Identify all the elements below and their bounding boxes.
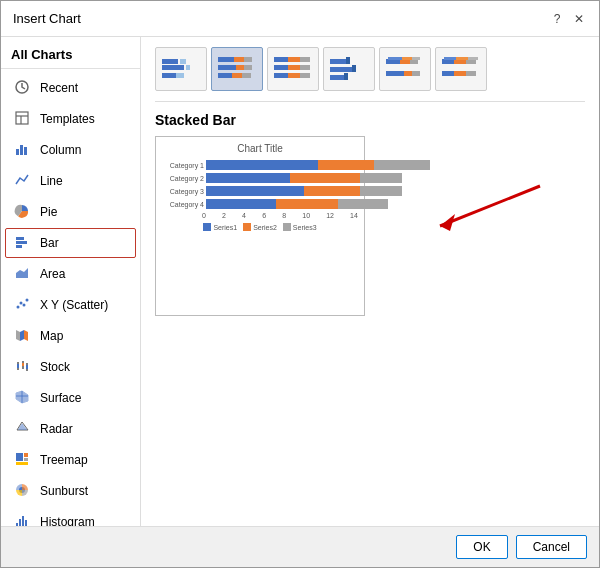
sidebar-item-label-xy-scatter: X Y (Scatter) [40,298,108,312]
svg-rect-87 [388,57,402,60]
pie-icon [14,203,32,221]
sidebar-item-map[interactable]: Map [5,321,136,351]
svg-rect-60 [218,57,234,62]
svg-point-13 [23,304,26,307]
svg-rect-58 [162,73,176,78]
sidebar-item-label-surface: Surface [40,391,81,405]
svg-rect-74 [300,65,310,70]
sidebar-item-label-histogram: Histogram [40,515,95,526]
title-bar-controls: ? ✕ [549,11,587,27]
sidebar-item-surface[interactable]: Surface [5,383,136,413]
sidebar-item-label-sunburst: Sunburst [40,484,88,498]
3d-100pct-stacked-bar-btn[interactable] [435,47,487,91]
svg-rect-54 [162,59,178,64]
bar-segment-series-2 [304,186,360,196]
svg-rect-83 [344,73,348,80]
bar-chart-row: Category 3 [166,186,354,196]
svg-rect-82 [330,75,344,80]
svg-rect-99 [442,71,454,76]
svg-rect-89 [412,57,420,60]
cancel-button[interactable]: Cancel [516,535,587,559]
svg-rect-29 [16,453,23,461]
svg-rect-19 [17,364,19,368]
bar-chart-category-label: Category 2 [166,175,204,182]
sidebar-item-recent[interactable]: Recent [5,73,136,103]
svg-rect-73 [288,65,300,70]
sidebar-item-stock[interactable]: Stock [5,352,136,382]
svg-rect-70 [288,57,300,62]
svg-rect-66 [218,73,232,78]
surface-icon [14,389,32,407]
svg-line-102 [440,186,540,226]
bar-chart-category-label: Category 4 [166,201,204,208]
sidebar-item-radar[interactable]: Radar [5,414,136,444]
ok-button[interactable]: OK [456,535,507,559]
svg-rect-69 [274,57,288,62]
insert-chart-dialog: Insert Chart ? ✕ All Charts RecentTempla… [0,0,600,568]
histogram-icon [14,513,32,526]
stacked-bar-btn[interactable] [211,47,263,91]
sidebar-item-column[interactable]: Column [5,135,136,165]
sidebar-item-label-area: Area [40,267,65,281]
sidebar-item-label-stock: Stock [40,360,70,374]
svg-rect-77 [300,73,310,78]
svg-rect-55 [162,65,184,70]
svg-rect-65 [244,65,252,70]
bar-icon [14,234,32,252]
bar-chart-row: Category 4 [166,199,354,209]
sidebar-item-label-templates: Templates [40,112,95,126]
sidebar-item-sunburst[interactable]: Sunburst [5,476,136,506]
svg-rect-92 [412,71,420,76]
svg-rect-72 [274,65,288,70]
line-icon [14,172,32,190]
bar-segment-row [206,199,388,209]
100pct-stacked-bar-btn[interactable] [267,47,319,91]
legend-series2: Series2 [243,223,277,231]
svg-rect-76 [288,73,300,78]
selected-chart-type-label: Stacked Bar [155,112,585,128]
svg-rect-9 [16,245,22,248]
bar-chart-row: Category 1 [166,160,354,170]
sidebar-item-label-pie: Pie [40,205,57,219]
svg-rect-30 [24,453,28,457]
sidebar-item-label-radar: Radar [40,422,73,436]
svg-rect-6 [24,147,27,155]
bar-segment-series-1 [206,173,290,183]
sidebar: All Charts RecentTemplatesColumnLinePieB… [1,37,141,526]
bar-segment-series-3 [374,160,430,170]
3d-stacked-bar-btn[interactable] [379,47,431,91]
svg-rect-61 [234,57,244,62]
sidebar-item-bar[interactable]: Bar [5,228,136,258]
svg-rect-98 [468,57,478,60]
recent-icon [14,79,32,97]
chart-type-selector [155,47,585,102]
sidebar-item-area[interactable]: Area [5,259,136,289]
help-button[interactable]: ? [549,11,565,27]
dialog-footer: OK Cancel [1,526,599,567]
svg-rect-32 [16,462,28,465]
svg-rect-8 [16,241,27,244]
svg-rect-81 [352,65,356,72]
svg-rect-23 [26,365,28,369]
bar-segment-series-2 [276,199,338,209]
sidebar-item-templates[interactable]: Templates [5,104,136,134]
bar-chart-row: Category 2 [166,173,354,183]
bar-segment-row [206,160,430,170]
close-button[interactable]: ✕ [571,11,587,27]
sidebar-item-xy-scatter[interactable]: X Y (Scatter) [5,290,136,320]
chart-preview: Chart Title Category 1Category 2Category… [155,136,365,316]
arrow-area [375,136,585,256]
sidebar-item-line[interactable]: Line [5,166,136,196]
bar-segment-row [206,186,402,196]
sidebar-item-pie[interactable]: Pie [5,197,136,227]
sidebar-item-histogram[interactable]: Histogram [5,507,136,526]
bar-segment-series-1 [206,199,276,209]
3d-clustered-bar-btn[interactable] [323,47,375,91]
bar-segment-row [206,173,402,183]
bar-segment-series-3 [360,186,402,196]
svg-rect-78 [330,59,346,64]
sidebar-item-label-map: Map [40,329,63,343]
clustered-bar-btn[interactable] [155,47,207,91]
bar-segment-series-2 [290,173,360,183]
sidebar-item-treemap[interactable]: Treemap [5,445,136,475]
